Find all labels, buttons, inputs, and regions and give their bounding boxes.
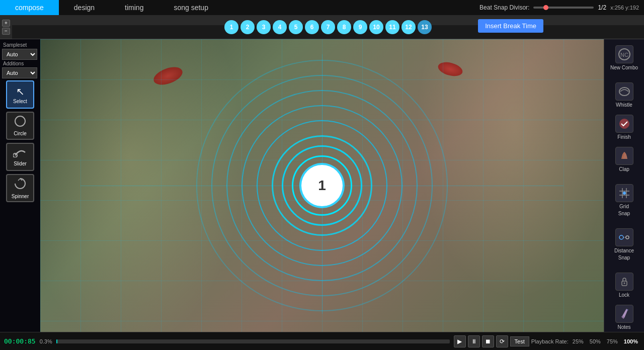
beat-snap-thumb bbox=[543, 5, 548, 10]
beat-6[interactable]: 6 bbox=[305, 20, 319, 34]
beat-snap-value: 1/2 bbox=[598, 4, 606, 11]
lock-label: Lock bbox=[619, 292, 629, 298]
loop-button[interactable]: ⟳ bbox=[496, 335, 508, 347]
notes-label: Notes bbox=[617, 324, 630, 330]
tab-design[interactable]: design bbox=[59, 0, 110, 15]
beat-13[interactable]: 13 bbox=[418, 20, 432, 34]
beat-10[interactable]: 10 bbox=[369, 20, 383, 34]
coord-display: x:256 y:192 bbox=[610, 5, 639, 11]
rate-50-button[interactable]: 50% bbox=[588, 337, 603, 345]
additions-label: Additions bbox=[2, 61, 24, 66]
spinner-icon bbox=[14, 177, 27, 193]
top-nav: compose design timing song setup Beat Sn… bbox=[0, 0, 644, 15]
bottom-bar: 00:00:85 0.3% ▶ ⏸ ⏹ ⟳ Test Playback Rate… bbox=[0, 332, 644, 350]
clap-label: Clap bbox=[619, 166, 629, 172]
svg-point-5 bbox=[619, 119, 629, 129]
canvas-area[interactable]: 1 bbox=[40, 39, 604, 332]
beat-7[interactable]: 7 bbox=[321, 20, 335, 34]
distance-button[interactable]: Distance Snap bbox=[607, 226, 641, 262]
slider-icon bbox=[13, 147, 27, 160]
timeline-bar: + − 1 2 3 4 5 6 7 8 9 10 11 12 13 Insert… bbox=[0, 15, 644, 39]
left-toolbar: Sampleset Auto Normal Soft Drum Addition… bbox=[0, 39, 40, 332]
stop-button[interactable]: ⏹ bbox=[482, 335, 494, 347]
svg-point-0 bbox=[15, 116, 25, 126]
tab-compose[interactable]: compose bbox=[0, 0, 59, 15]
rate-100-button[interactable]: 100% bbox=[622, 337, 640, 345]
select-tool-button[interactable]: ↖ Select bbox=[6, 80, 34, 109]
svg-point-1 bbox=[13, 153, 17, 157]
slider-tool-button[interactable]: Slider bbox=[6, 143, 34, 171]
beat-5[interactable]: 5 bbox=[289, 20, 303, 34]
zoom-controls: + − bbox=[0, 19, 12, 36]
beat-8[interactable]: 8 bbox=[337, 20, 351, 34]
percent-display: 0.3% bbox=[40, 338, 52, 344]
grid-label: Grid bbox=[619, 204, 629, 209]
notes-button[interactable]: Notes bbox=[607, 303, 641, 332]
beat-snap-area: Beat Snap Divisor: 1/2 x:256 y:192 bbox=[474, 0, 644, 15]
beat-snap-label: Beat Snap Divisor: bbox=[479, 4, 529, 11]
pause-button[interactable]: ⏸ bbox=[468, 335, 480, 347]
right-panel: NC New Combo Whistle bbox=[604, 39, 644, 332]
new-combo-label: New Combo bbox=[610, 65, 638, 70]
beat-3[interactable]: 3 bbox=[257, 20, 271, 34]
playback-rate-label: Playback Rate: bbox=[531, 338, 569, 344]
hit-circle-number: 1 bbox=[318, 178, 326, 194]
additions-select[interactable]: Auto Normal Soft Drum bbox=[2, 67, 37, 78]
sampleset-label: Sampleset bbox=[2, 42, 27, 48]
finish-label: Finish bbox=[617, 134, 631, 140]
beat-9[interactable]: 9 bbox=[353, 20, 367, 34]
select-label: Select bbox=[13, 99, 27, 104]
svg-point-12 bbox=[626, 236, 629, 239]
grid-button[interactable]: Grid Snap bbox=[607, 182, 641, 218]
spinner-label: Spinner bbox=[12, 194, 29, 199]
beat-numbers-row: 1 2 3 4 5 6 7 8 9 10 11 12 13 bbox=[12, 29, 644, 39]
progress-bar-fill bbox=[56, 339, 57, 343]
slider-label: Slider bbox=[14, 161, 27, 166]
tab-song-setup[interactable]: song setup bbox=[158, 0, 223, 15]
select-icon: ↖ bbox=[16, 85, 25, 98]
time-display: 00:00:85 bbox=[4, 337, 36, 345]
rate-75-button[interactable]: 75% bbox=[605, 337, 620, 345]
beat-1[interactable]: 1 bbox=[224, 20, 238, 34]
playback-controls: ▶ ⏸ ⏹ ⟳ Test Playback Rate: 25% 50% 75% … bbox=[454, 335, 640, 347]
svg-text:NC: NC bbox=[620, 52, 628, 58]
test-button[interactable]: Test bbox=[510, 336, 529, 346]
new-combo-button[interactable]: NC New Combo bbox=[607, 43, 641, 72]
circle-tool-button[interactable]: Circle bbox=[6, 112, 34, 140]
timeline-track[interactable]: 1 2 3 4 5 6 7 8 9 10 11 12 13 Insert Bre… bbox=[12, 15, 644, 39]
clap-button[interactable]: Clap bbox=[607, 145, 641, 174]
distance-snap-label: Snap bbox=[618, 255, 630, 260]
zoom-in-button[interactable]: + bbox=[2, 20, 10, 27]
play-button[interactable]: ▶ bbox=[454, 335, 466, 347]
whistle-button[interactable]: Whistle bbox=[607, 80, 641, 110]
circle-label: Circle bbox=[14, 131, 27, 136]
beat-12[interactable]: 12 bbox=[401, 20, 416, 34]
hit-circle: 1 bbox=[299, 163, 345, 208]
distance-label: Distance bbox=[614, 248, 634, 253]
finish-button[interactable]: Finish bbox=[607, 113, 641, 142]
progress-bar[interactable] bbox=[56, 339, 450, 343]
beat-4[interactable]: 4 bbox=[273, 20, 287, 34]
lock-button[interactable]: Lock bbox=[607, 271, 641, 300]
rate-25-button[interactable]: 25% bbox=[571, 337, 586, 345]
tab-timing[interactable]: timing bbox=[110, 0, 158, 15]
hit-circle-container: 1 bbox=[299, 163, 345, 208]
beat-snap-slider[interactable] bbox=[533, 7, 594, 9]
grid-snap-label: Snap bbox=[618, 211, 630, 216]
main-area: Sampleset Auto Normal Soft Drum Addition… bbox=[0, 39, 644, 332]
circle-icon bbox=[14, 115, 26, 130]
svg-point-10 bbox=[623, 192, 626, 195]
sampleset-select[interactable]: Auto Normal Soft Drum bbox=[2, 49, 37, 60]
svg-point-15 bbox=[623, 283, 625, 284]
beat-11[interactable]: 11 bbox=[385, 20, 399, 34]
beat-2[interactable]: 2 bbox=[240, 20, 255, 34]
spinner-tool-button[interactable]: Spinner bbox=[6, 174, 34, 202]
insert-break-time-button[interactable]: Insert Break Time bbox=[478, 19, 543, 33]
svg-point-11 bbox=[619, 235, 623, 239]
zoom-out-button[interactable]: − bbox=[2, 28, 10, 35]
whistle-label: Whistle bbox=[616, 102, 632, 108]
